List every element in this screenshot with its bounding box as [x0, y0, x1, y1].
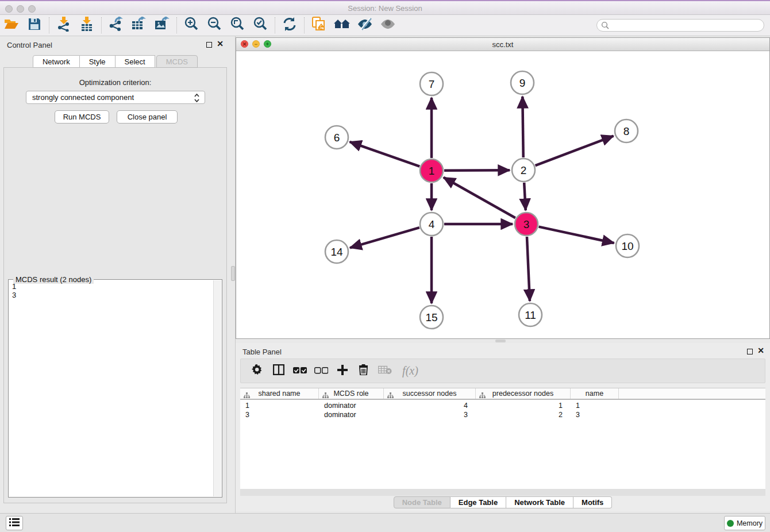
- zoom-in-button[interactable]: [180, 17, 203, 34]
- tab-motifs[interactable]: Motifs: [573, 496, 612, 508]
- control-panel-title: Control Panel: [7, 41, 52, 49]
- table-panel: Table Panel ✕ f(x) shared nameMCDS rol: [236, 343, 770, 511]
- cell-shared-name[interactable]: 3: [240, 410, 319, 419]
- export-image-icon: [154, 17, 170, 34]
- close-panel-icon[interactable]: ✕: [757, 346, 764, 355]
- tab-style[interactable]: Style: [80, 55, 116, 68]
- network-view-window: ✕ − + scc.txt 7968124314101511: [236, 37, 770, 339]
- delete-table-button[interactable]: [374, 363, 395, 380]
- main-toolbar: [0, 15, 770, 36]
- search-input[interactable]: [596, 19, 764, 32]
- edge-3-10[interactable]: [539, 227, 614, 243]
- export-table-button[interactable]: [128, 17, 151, 34]
- import-table-button[interactable]: [75, 17, 98, 34]
- network-window-titlebar[interactable]: ✕ − + scc.txt: [236, 38, 769, 51]
- cell-name[interactable]: 3: [571, 410, 619, 419]
- memory-button[interactable]: Memory: [724, 516, 765, 530]
- zoom-out-icon: [207, 17, 222, 34]
- show-all-button[interactable]: [376, 17, 399, 34]
- run-mcds-button[interactable]: Run MCDS: [55, 110, 109, 124]
- cell-predecessor-nodes[interactable]: 1: [476, 401, 571, 410]
- mcds-result-text[interactable]: 1 3: [10, 282, 213, 496]
- splitter-handle[interactable]: [495, 340, 506, 342]
- splitter-handle[interactable]: [231, 266, 235, 281]
- show-all-icon: [380, 18, 396, 33]
- close-panel-icon[interactable]: ✕: [217, 39, 224, 48]
- save-session-button[interactable]: [23, 17, 46, 34]
- show-columns-button[interactable]: [268, 363, 289, 380]
- control-panel: Control Panel ✕ NetworkStyleSelectMCDS O…: [0, 36, 230, 513]
- tab-network[interactable]: Network: [33, 55, 80, 68]
- edge-2-3[interactable]: [524, 183, 526, 210]
- cell-MCDS-role[interactable]: dominator: [319, 401, 384, 410]
- network-title: scc.txt: [236, 40, 769, 49]
- gear-icon: [252, 364, 263, 377]
- edge-2-8[interactable]: [536, 136, 614, 166]
- import-network-button[interactable]: [52, 17, 75, 34]
- memory-status-icon: [727, 520, 734, 527]
- node-label-14: 14: [330, 246, 343, 258]
- table-row[interactable]: 3dominator323: [240, 410, 765, 419]
- export-image-button[interactable]: [151, 17, 174, 34]
- result-scrollbar[interactable]: [213, 280, 221, 496]
- function-builder-button[interactable]: f(x): [395, 363, 425, 380]
- zoom-fit-button[interactable]: [226, 17, 249, 34]
- control-panel-header: Control Panel ✕: [0, 36, 230, 53]
- fx-icon: f(x): [402, 364, 418, 377]
- edge-3-11[interactable]: [527, 237, 530, 301]
- column-header-successor-nodes[interactable]: successor nodes: [384, 388, 476, 399]
- chevron-up-down-icon: [194, 93, 200, 106]
- table-settings-button[interactable]: [247, 363, 268, 380]
- list-icon: [9, 518, 20, 529]
- float-panel-icon[interactable]: [747, 349, 753, 354]
- status-bar: Memory: [0, 513, 770, 532]
- cell-successor-nodes[interactable]: 4: [384, 401, 476, 410]
- refresh-button[interactable]: [278, 17, 301, 34]
- export-network-button[interactable]: [105, 17, 128, 34]
- cell-predecessor-nodes[interactable]: 2: [476, 410, 571, 419]
- edge-1-6[interactable]: [350, 142, 420, 167]
- column-header-predecessor-nodes[interactable]: predecessor nodes: [476, 388, 571, 399]
- horizontal-splitter[interactable]: [236, 339, 770, 343]
- new-network-from-selection-button[interactable]: [307, 17, 330, 34]
- tab-mcds[interactable]: MCDS: [156, 55, 198, 68]
- hierarchy-icon: [244, 391, 250, 401]
- deselect-all-rows-button[interactable]: [310, 363, 332, 380]
- cell-successor-nodes[interactable]: 3: [384, 410, 476, 419]
- vertical-splitter[interactable]: [230, 36, 236, 513]
- edge-1-2[interactable]: [444, 170, 510, 171]
- network-canvas[interactable]: 7968124314101511: [236, 51, 769, 338]
- node-table: shared nameMCDS rolesuccessor nodesprede…: [240, 388, 765, 489]
- refresh-icon: [282, 17, 297, 34]
- float-panel-icon[interactable]: [206, 42, 212, 48]
- column-header-MCDS-role[interactable]: MCDS role: [319, 388, 384, 399]
- table-panel-header: Table Panel ✕: [236, 343, 770, 360]
- tab-select[interactable]: Select: [116, 55, 155, 68]
- hide-selected-button[interactable]: [353, 17, 376, 34]
- close-panel-button[interactable]: Close panel: [117, 110, 178, 124]
- optimization-criterion-label: Optimization criterion:: [4, 78, 226, 87]
- open-file-button[interactable]: [0, 17, 23, 34]
- edge-4-14[interactable]: [350, 228, 419, 248]
- create-column-button[interactable]: [332, 363, 353, 380]
- column-header-shared-name[interactable]: shared name: [240, 388, 319, 399]
- export-table-icon: [131, 17, 147, 34]
- first-neighbors-button[interactable]: [330, 17, 353, 34]
- criterion-select[interactable]: strongly connected component: [26, 91, 205, 104]
- cell-name[interactable]: 1: [571, 401, 619, 410]
- tab-node-table[interactable]: Node Table: [394, 496, 451, 508]
- cell-MCDS-role[interactable]: dominator: [319, 410, 384, 419]
- show-panels-button[interactable]: [6, 516, 23, 530]
- node-label-6: 6: [334, 132, 340, 144]
- tab-edge-table[interactable]: Edge Table: [451, 496, 506, 508]
- tab-network-table[interactable]: Network Table: [506, 496, 573, 508]
- zoom-out-button[interactable]: [203, 17, 226, 34]
- table-row[interactable]: 1dominator411: [240, 401, 765, 410]
- zoom-selected-button[interactable]: [249, 17, 272, 34]
- delete-column-button[interactable]: [353, 363, 374, 380]
- edge-2-9[interactable]: [522, 97, 523, 157]
- select-all-rows-button[interactable]: [289, 363, 310, 380]
- edge-3-1[interactable]: [444, 178, 515, 218]
- cell-shared-name[interactable]: 1: [240, 401, 319, 410]
- column-header-name[interactable]: name: [571, 388, 619, 399]
